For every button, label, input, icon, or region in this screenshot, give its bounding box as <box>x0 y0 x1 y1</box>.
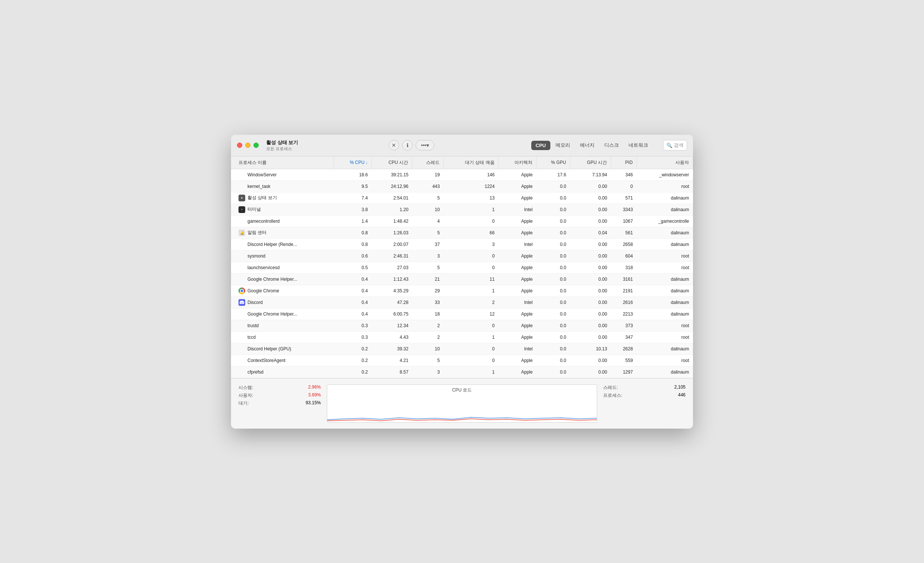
col-arch[interactable]: 아키텍처 <box>498 156 536 169</box>
cell-cpu_pct: 0.4 <box>334 308 372 320</box>
table-row[interactable]: tccd0.34.4321Apple0.00.00347root <box>231 331 693 343</box>
empty-icon <box>238 183 245 190</box>
cell-gpu_time: 0.04 <box>570 227 610 238</box>
cell-cpu_time: 12.34 <box>372 320 412 331</box>
close-ctrl-button[interactable]: ✕ <box>388 140 399 150</box>
cell-idle_wake: 0 <box>444 343 499 355</box>
close-button[interactable] <box>237 142 242 148</box>
table-row[interactable]: ●활성 상태 보기7.42:54.01513Apple0.00.00571dal… <box>231 192 693 204</box>
cell-idle_wake: 0 <box>444 250 499 262</box>
system-value: 2.96% <box>308 385 321 391</box>
table-row[interactable]: trustd0.312.3420Apple0.00.00373root <box>231 320 693 331</box>
tab-cpu[interactable]: CPU <box>531 141 550 150</box>
cell-pid: 2628 <box>611 343 637 355</box>
table-row[interactable]: Google Chrome Helper...0.46:00.751812App… <box>231 308 693 320</box>
cpu-chart: CPU 로드 <box>327 385 597 422</box>
cell-cpu_time: 24:12.96 <box>372 180 412 192</box>
cell-arch: Apple <box>498 273 536 285</box>
tab-memory[interactable]: 메모리 <box>551 140 575 150</box>
minimize-button[interactable] <box>245 142 250 148</box>
cell-pid: 2191 <box>611 285 637 296</box>
cell-gpu_time: 0.00 <box>570 296 610 308</box>
table-row[interactable]: cfprefsd0.28.5731Apple0.00.001297dalinau… <box>231 366 693 378</box>
col-gpu-pct[interactable]: % GPU <box>537 156 570 169</box>
process-table: 프로세스 이름 % CPU ↓ CPU 시간 스레드 대기 상태 깨움 아키텍처… <box>231 156 693 378</box>
col-threads[interactable]: 스레드 <box>412 156 444 169</box>
cell-arch: Apple <box>498 180 536 192</box>
cpu-chart-label: CPU 로드 <box>452 387 472 394</box>
cell-name: Google Chrome Helper... <box>231 308 334 320</box>
cell-cpu_time: 1:26.03 <box>372 227 412 238</box>
maximize-button[interactable] <box>254 142 259 148</box>
cell-cpu_pct: 1.4 <box>334 215 372 227</box>
cell-gpu_pct: 0.0 <box>537 273 570 285</box>
tab-energy[interactable]: 에너지 <box>576 140 599 150</box>
col-name[interactable]: 프로세스 이름 <box>231 156 334 169</box>
user-value: 3.89% <box>308 392 321 399</box>
table-row[interactable]: kernel_task9.524:12.964431224Apple0.00.0… <box>231 180 693 192</box>
cell-pid: 1067 <box>611 215 637 227</box>
cell-user: root <box>636 320 693 331</box>
col-cpu-time[interactable]: CPU 시간 <box>372 156 412 169</box>
cell-threads: 33 <box>412 296 444 308</box>
cell-name: Discord Helper (GPU) <box>231 343 334 355</box>
table-row[interactable]: launchservicesd0.527.0350Apple0.00.00318… <box>231 262 693 273</box>
cell-threads: 4 <box>412 215 444 227</box>
process-name: trustd <box>248 323 259 328</box>
cell-threads: 21 <box>412 273 444 285</box>
tab-network[interactable]: 네트워크 <box>624 140 652 150</box>
table-row[interactable]: ContextStoreAgent0.24.2150Apple0.00.0055… <box>231 355 693 366</box>
col-cpu-pct[interactable]: % CPU ↓ <box>334 156 372 169</box>
cell-idle_wake: 1224 <box>444 180 499 192</box>
table-row[interactable]: Google Chrome Helper...0.41:12.432111App… <box>231 273 693 285</box>
col-gpu-time[interactable]: GPU 시간 <box>570 156 610 169</box>
process-name: 활성 상태 보기 <box>248 195 277 201</box>
more-button[interactable]: •••▾ <box>416 140 434 150</box>
col-idle-wake[interactable]: 대기 상태 깨움 <box>444 156 499 169</box>
cell-threads: 3 <box>412 250 444 262</box>
stat-row-system: 시스템: 2.96% <box>238 385 321 391</box>
table-row[interactable]: Google Chrome0.44:35.29291Apple0.00.0021… <box>231 285 693 296</box>
cell-name: ContextStoreAgent <box>231 355 334 366</box>
table-row[interactable]: WindowServer18.639:21.1519146Apple17.67:… <box>231 169 693 180</box>
process-name: 알림 센터 <box>248 229 267 236</box>
table-row[interactable]: Discord0.447.28332Intel0.00.002616dalina… <box>231 296 693 308</box>
threads-label: 스레드: <box>603 385 618 391</box>
cell-name: sysmond <box>231 250 334 262</box>
info-button[interactable]: ℹ <box>402 140 412 150</box>
table-row[interactable]: gamecontrollerd1.41:48.4240Apple0.00.001… <box>231 215 693 227</box>
table-row[interactable]: Discord Helper (Rende...0.82:00.07373Int… <box>231 238 693 250</box>
processes-value: 446 <box>678 392 686 399</box>
process-tbody: WindowServer18.639:21.1519146Apple17.67:… <box>231 169 693 378</box>
process-name: launchservicesd <box>248 265 280 270</box>
user-label: 사용자: <box>238 392 253 399</box>
empty-icon <box>238 334 245 341</box>
empty-icon <box>238 218 245 225</box>
empty-icon <box>238 322 245 329</box>
stat-row-idle: 대기: 93.15% <box>238 400 321 407</box>
table-row[interactable]: sysmond0.62:46.3130Apple0.00.00604root <box>231 250 693 262</box>
col-pid[interactable]: PID <box>611 156 637 169</box>
col-user[interactable]: 사용자 <box>636 156 693 169</box>
titlebar: 활성 상태 보기 모든 프로세스 ✕ ℹ •••▾ CPU 메모리 에너지 디스… <box>231 135 693 156</box>
main-window: 활성 상태 보기 모든 프로세스 ✕ ℹ •••▾ CPU 메모리 에너지 디스… <box>231 135 693 428</box>
cell-gpu_pct: 0.0 <box>537 215 570 227</box>
cell-user: root <box>636 262 693 273</box>
table-row[interactable]: >터미널3.81.20101Intel0.00.003343dalinaum <box>231 204 693 215</box>
cell-arch: Apple <box>498 262 536 273</box>
close-icon: ✕ <box>392 142 396 148</box>
cell-cpu_time: 1:12.43 <box>372 273 412 285</box>
cell-cpu_time: 8.57 <box>372 366 412 378</box>
search-box[interactable]: 🔍 검색 <box>663 140 687 150</box>
cell-name: ●활성 상태 보기 <box>231 192 334 204</box>
cell-cpu_pct: 0.3 <box>334 320 372 331</box>
table-row[interactable]: Discord Helper (GPU)0.239.32100Intel0.01… <box>231 343 693 355</box>
empty-icon <box>238 253 245 259</box>
tab-disk[interactable]: 디스크 <box>600 140 623 150</box>
cell-pid: 3343 <box>611 204 637 215</box>
cell-gpu_pct: 0.0 <box>537 366 570 378</box>
cell-gpu_time: 0.00 <box>570 180 610 192</box>
table-row[interactable]: 🔔알림 센터0.81:26.03566Apple0.00.04561dalina… <box>231 227 693 238</box>
cell-gpu_pct: 0.0 <box>537 262 570 273</box>
cell-pid: 346 <box>611 169 637 180</box>
